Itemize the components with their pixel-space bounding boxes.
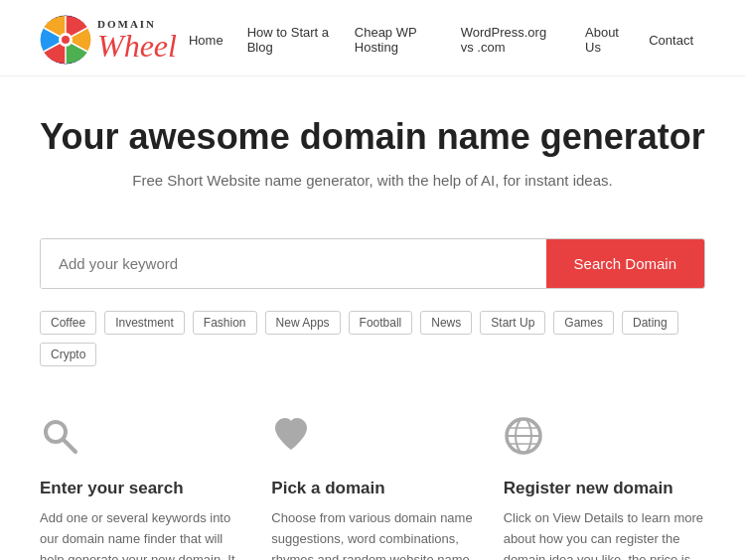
keyword-tag[interactable]: Start Up	[480, 311, 545, 335]
keyword-tag[interactable]: Coffee	[40, 311, 96, 335]
main-nav: HomeHow to Start a BlogCheap WP HostingW…	[177, 21, 705, 59]
keyword-tag[interactable]: New Apps	[265, 311, 341, 335]
feature-icon-2	[504, 416, 705, 465]
features-section: Enter your search Add one or several key…	[0, 376, 745, 560]
feature-item: Enter your search Add one or several key…	[40, 416, 241, 560]
feature-desc-2: Click on View Details to learn more abou…	[504, 508, 705, 560]
nav-link[interactable]: About Us	[573, 21, 637, 59]
keyword-tag[interactable]: Crypto	[40, 343, 96, 366]
feature-item: Register new domain Click on View Detail…	[504, 416, 705, 560]
feature-title-0: Enter your search	[40, 479, 241, 498]
hero-title: Your awesome domain name generator	[40, 116, 705, 158]
feature-icon-1	[271, 416, 473, 465]
nav-link[interactable]: WordPress.org vs .com	[449, 21, 573, 59]
nav-link[interactable]: Contact	[637, 29, 705, 52]
search-area: Search Domain	[0, 209, 745, 299]
svg-line-7	[64, 440, 75, 452]
feature-desc-0: Add one or several keywords into our dom…	[40, 508, 241, 560]
feature-icon-0	[40, 416, 241, 465]
hero-subtitle: Free Short Website name generator, with …	[40, 172, 705, 189]
header: DOMAIN Wheel HomeHow to Start a BlogChea…	[0, 0, 745, 76]
feature-desc-1: Choose from various domain name suggesti…	[271, 508, 473, 560]
keyword-tag[interactable]: Investment	[104, 311, 185, 335]
svg-point-5	[62, 36, 70, 44]
hero-section: Your awesome domain name generator Free …	[0, 76, 745, 209]
feature-title-2: Register new domain	[504, 479, 705, 498]
search-button[interactable]: Search Domain	[546, 239, 704, 288]
logo-icon	[40, 14, 91, 66]
keyword-tag[interactable]: Games	[553, 311, 614, 335]
feature-title-1: Pick a domain	[271, 479, 473, 498]
nav-link[interactable]: Cheap WP Hosting	[343, 21, 449, 59]
nav-link[interactable]: Home	[177, 29, 235, 52]
search-input[interactable]	[41, 239, 546, 288]
keyword-tag[interactable]: Fashion	[193, 311, 257, 335]
feature-item: Pick a domain Choose from various domain…	[271, 416, 473, 560]
keyword-tag[interactable]: Dating	[622, 311, 678, 335]
keyword-tags: CoffeeInvestmentFashionNew AppsFootballN…	[0, 299, 745, 376]
search-bar: Search Domain	[40, 238, 705, 289]
logo: DOMAIN Wheel	[40, 14, 177, 66]
logo-text: DOMAIN Wheel	[97, 19, 177, 62]
keyword-tag[interactable]: News	[420, 311, 472, 335]
keyword-tag[interactable]: Football	[349, 311, 413, 335]
logo-wheel-label: Wheel	[97, 30, 177, 62]
nav-link[interactable]: How to Start a Blog	[235, 21, 343, 59]
